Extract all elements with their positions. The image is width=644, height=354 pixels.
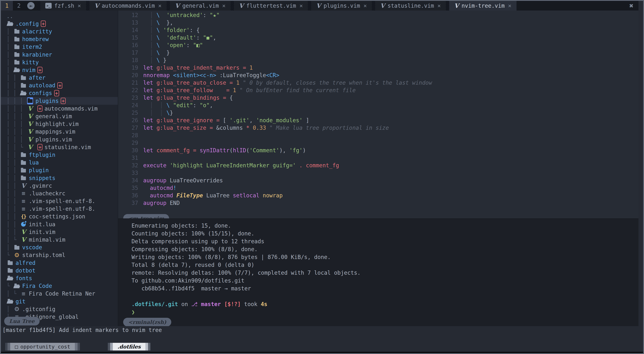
tree-row-git[interactable]: git (1, 298, 118, 305)
line-content: let g:lua_tree_size = &columns * 0.33 " … (143, 125, 389, 131)
code-segment: ) (302, 147, 306, 154)
terminal-line: cb68b54..f1bd4f5 master → master (118, 285, 638, 293)
tree-row-iterm2[interactable]: │ iterm2 (1, 43, 118, 51)
tree-row-.luacheckrc[interactable]: │ │ ≡.luacheckrc (1, 190, 118, 197)
tree-row-..[interactable]: .. (1, 12, 118, 20)
code-segment: let (143, 117, 153, 124)
tree-row-plugins[interactable]: │ │ │ plugins+ (1, 97, 118, 105)
tree-row-coc-settings.json[interactable]: │ │ {}coc-settings.json (1, 213, 118, 220)
tree-indent-guide: │ │ (6, 152, 20, 158)
editor-line: 32execute 'highlight LuaTreeIndentMarker… (118, 162, 638, 170)
vim-message-line: [master f1bd4f5] Add indent markers to n… (1, 326, 643, 334)
tab-close-icon[interactable]: × (437, 2, 441, 9)
line-content: execute 'highlight LuaTreeIndentMarker g… (143, 162, 339, 169)
tree-row-FiraCode[interactable]: └ Fira Code (1, 282, 118, 290)
tab-close-icon[interactable]: × (508, 2, 511, 9)
tree-row-karabiner[interactable]: │ karabiner (1, 51, 118, 58)
tree-row-.gvimrc[interactable]: │ │ V.gvimrc (1, 182, 118, 190)
tree-row-snippets[interactable]: │ │ snippets (1, 174, 118, 182)
tab-close-icon[interactable]: × (78, 2, 81, 9)
code-segment: master (201, 301, 221, 308)
line-number: 29 (118, 140, 143, 146)
tree-row-plugin[interactable]: │ │ plugin (1, 166, 118, 174)
tree-row-.vim-spell-en.utf-8.[interactable]: │ │ ≡.vim-spell-en.utf-8. (1, 205, 118, 213)
line-content: let g:lua_tree_indent_markers = 1 (143, 64, 253, 71)
tree-row-kitty[interactable]: │ kitty (1, 58, 118, 66)
tree-row-plugins.vim[interactable]: │ │ │ Vplugins.vim (1, 136, 118, 143)
tree-row-highlight.vim[interactable]: │ │ │ Vhighlight.vim (1, 120, 118, 128)
tree-row-init.lua[interactable]: │ │ init.lua (1, 220, 118, 228)
tree-row-homebrew[interactable]: │ homebrew (1, 35, 118, 43)
tab-close-icon[interactable]: × (222, 2, 226, 9)
tree-indent-guide: │ (6, 51, 13, 58)
tree-label: lua (29, 159, 39, 166)
folder-icon (6, 268, 14, 273)
tree-row-autocommands.vim[interactable]: │ │ │ V+autocommands.vim (1, 105, 118, 112)
tab-close-icon[interactable]: × (364, 2, 367, 9)
tree-row-alfred[interactable]: alfred (1, 259, 118, 267)
terminal-split[interactable]: Enumerating objects: 15, done.Counting o… (118, 218, 638, 326)
tab-nvim-tree.vim[interactable]: Vnvim-tree.vim× (449, 1, 516, 10)
tree-row-configs[interactable]: │ │ configs+ (1, 89, 118, 97)
line-number: 26 (118, 117, 143, 124)
tree-row-vscode[interactable]: │ vscode (1, 244, 118, 251)
tree-row-minimal.vim[interactable]: │ └ Vminimal.vim (1, 236, 118, 244)
tree-row-ftplugin[interactable]: │ │ ftplugin (1, 151, 118, 159)
tab-fluttertest.vim[interactable]: Vfluttertest.vim× (234, 1, 308, 10)
tree-indent-guide: │ │ (6, 175, 20, 181)
tree-row-alacritty[interactable]: │ alacritty (1, 27, 118, 35)
code-segment: synIDattr (200, 147, 230, 154)
tree-row-fonts[interactable]: fonts (1, 274, 118, 282)
code-segment (160, 27, 163, 33)
tree-row-starship.toml[interactable]: └ ⚙starship.toml (1, 251, 118, 259)
back-icon[interactable]: ← (27, 2, 34, 9)
editor-line: 27let g:lua_tree_size = &columns * 0.33 … (118, 125, 638, 132)
code-segment: cb68b54..f1bd4f5 master → master (132, 285, 251, 292)
tab-autocommands.vim[interactable]: Vautocommands.vim× (90, 1, 166, 10)
close-icon[interactable]: ✖ (629, 2, 634, 10)
code-lines: 12 │ \ 'untracked': "★"13 │ \ },14 │ \ '… (118, 12, 638, 207)
tab-general.vim[interactable]: Vgeneral.vim× (170, 1, 230, 10)
tree-row-after[interactable]: │ │ after (1, 74, 118, 82)
tree-row-mappings.vim[interactable]: │ │ │ Vmappings.vim (1, 128, 118, 136)
tree-label: plugins (36, 98, 59, 104)
tree-row-.vim-spell-en.utf-8.[interactable]: │ │ ≡.vim-spell-en.utf-8. (1, 197, 118, 205)
tab-close-icon[interactable]: × (300, 2, 303, 9)
tmux-window-.dotfiles[interactable]: .dotfiles (108, 343, 150, 351)
code-segment: Enumerating objects: 15, done. (132, 222, 231, 229)
tree-row-lua[interactable]: │ │ lua (1, 159, 118, 166)
tab-plugins.vim[interactable]: Vplugins.vim× (311, 1, 372, 10)
tree-row-.config[interactable]: .config+ (1, 20, 118, 27)
tree-label: .vim-spell-en.utf-8. (29, 206, 95, 212)
code-segment: \ (156, 12, 160, 18)
terminal-output: Enumerating objects: 15, done.Counting o… (118, 222, 638, 317)
app-window: 12 ← >_fzf.sh×Vautocommands.vim×Vgeneral… (0, 0, 644, 354)
window-indicator-1[interactable]: 1 (1, 1, 13, 10)
vim-file-icon: V (20, 229, 27, 235)
code-segment: Writing objects: 100% (8/8), 876 bytes |… (132, 254, 331, 260)
code-segment (206, 125, 210, 131)
line-number: 19 (118, 64, 143, 71)
tree-label: iterm2 (22, 43, 42, 50)
code-segment: ( (230, 147, 233, 154)
tree-row-general.vim[interactable]: │ │ │ Vgeneral.vim (1, 112, 118, 120)
window-indicator-2[interactable]: 2 (13, 1, 25, 10)
tmux-window-opportunity_cost[interactable]: □opportunity_cost (5, 343, 80, 351)
tree-row-init.vim[interactable]: │ │ Vinit.vim (1, 228, 118, 236)
tab-fzf.sh[interactable]: >_fzf.sh× (40, 1, 86, 10)
code-segment (221, 301, 224, 308)
editor-column: 12 │ \ 'untracked': "★"13 │ \ },14 │ \ '… (118, 10, 638, 326)
tree-row-nvim[interactable]: │ nvim+ (1, 66, 118, 74)
code-editor[interactable]: 12 │ \ 'untracked': "★"13 │ \ },14 │ \ '… (118, 10, 638, 218)
file-tree-sidebar[interactable]: ...config+│ alacritty│ homebrew│ iterm2│… (1, 10, 118, 326)
tree-indent-guide: │ │ (6, 159, 20, 166)
tree-row-dotbot[interactable]: dotbot (1, 267, 118, 274)
code-segment: = (223, 94, 226, 101)
tree-row-autoload[interactable]: │ │ autoload+ (1, 82, 118, 89)
tab-close-icon[interactable]: × (158, 2, 162, 9)
tree-row-FiraCodeRetinaNer[interactable]: │ └ ≡Fira Code Retina Ner (1, 290, 118, 298)
tab-statusline.vim[interactable]: Vstatusline.vim× (375, 1, 446, 10)
code-segment: , (210, 102, 213, 108)
tree-row-statusline.vim[interactable]: │ │ └ V+statusline.vim (1, 143, 118, 151)
tree-row-.gitconfig[interactable]: │ ⚙.gitconfig (1, 305, 118, 313)
